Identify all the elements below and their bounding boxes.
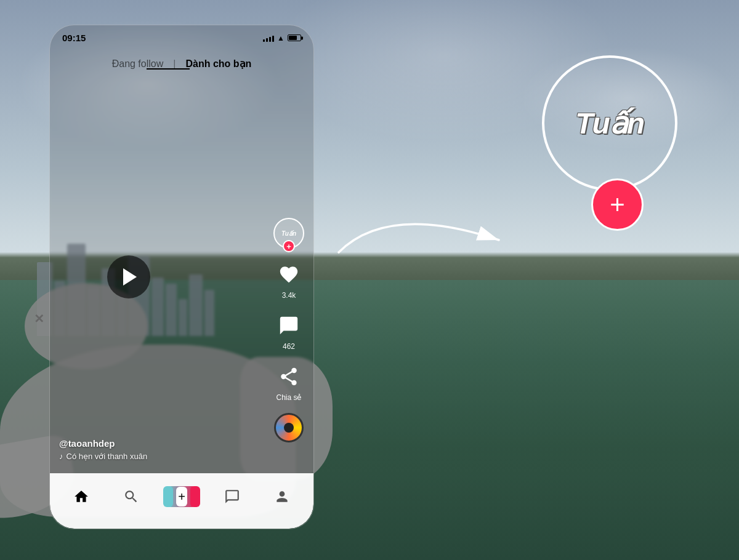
video-info: @taoanhdep ♪ Có hẹn với thanh xuân <box>59 438 270 461</box>
status-icons: ▲ <box>263 34 301 42</box>
follow-plus-icon[interactable]: + <box>283 240 295 252</box>
create-plus-icon: + <box>178 490 185 503</box>
share-action[interactable]: Chia sẻ <box>274 362 304 402</box>
nav-inbox[interactable] <box>207 488 257 505</box>
phone-frame: 09:15 ▲ Đang follow | Dành cho bạn <box>49 25 314 529</box>
avatar-label: Tuấn <box>281 230 296 237</box>
like-count: 3.4k <box>282 291 296 300</box>
annotation-circle: Tuấn <box>542 55 677 191</box>
profile-icon <box>273 488 291 505</box>
like-action[interactable]: 3.4k <box>274 260 304 300</box>
status-time: 09:15 <box>62 33 86 43</box>
battery-icon <box>288 34 301 41</box>
annotation-plus-icon: + <box>610 192 625 218</box>
music-disc <box>274 413 304 442</box>
nav-profile[interactable] <box>257 488 307 505</box>
comment-count: 462 <box>283 342 295 351</box>
nav-for-you[interactable]: Dành cho bạn <box>185 58 251 69</box>
nav-divider: | <box>173 58 176 70</box>
right-actions: Tuấn + 3.4k 462 <box>273 218 304 442</box>
music-note-icon: ♪ <box>59 452 63 461</box>
music-disc-inner <box>284 423 294 433</box>
create-button-inner: + <box>176 487 187 506</box>
nav-search[interactable] <box>107 488 157 505</box>
annotation-tuan-text: Tuấn <box>575 106 644 140</box>
signal-icon <box>263 34 274 42</box>
nav-home[interactable] <box>56 488 107 505</box>
phone-inner: 09:15 ▲ Đang follow | Dành cho bạn <box>50 25 313 529</box>
phone-header: Đang follow | Dành cho bạn <box>50 53 313 74</box>
avatar-container[interactable]: Tuấn + <box>273 218 304 249</box>
comment-action[interactable]: 462 <box>274 311 304 351</box>
home-icon <box>73 488 90 505</box>
play-icon <box>123 268 137 286</box>
inbox-icon <box>224 488 241 505</box>
wifi-icon: ▲ <box>277 34 285 42</box>
video-music[interactable]: ♪ Có hẹn với thanh xuân <box>59 452 270 461</box>
comment-icon <box>274 311 304 340</box>
video-username[interactable]: @taoanhdep <box>59 438 270 449</box>
search-icon <box>123 488 140 505</box>
share-icon <box>274 362 304 391</box>
music-title: Có hẹn với thanh xuân <box>67 452 148 461</box>
create-button[interactable]: + <box>166 486 197 507</box>
nav-underline <box>147 68 190 70</box>
bottom-nav: + <box>50 473 313 529</box>
heart-icon <box>274 260 304 289</box>
status-bar: 09:15 ▲ <box>62 33 301 43</box>
share-label: Chia sẻ <box>276 393 301 402</box>
nav-following[interactable]: Đang follow <box>112 58 164 70</box>
nav-create[interactable]: + <box>156 486 207 507</box>
annotation-plus-button: + <box>591 178 644 231</box>
play-button[interactable] <box>107 255 150 298</box>
